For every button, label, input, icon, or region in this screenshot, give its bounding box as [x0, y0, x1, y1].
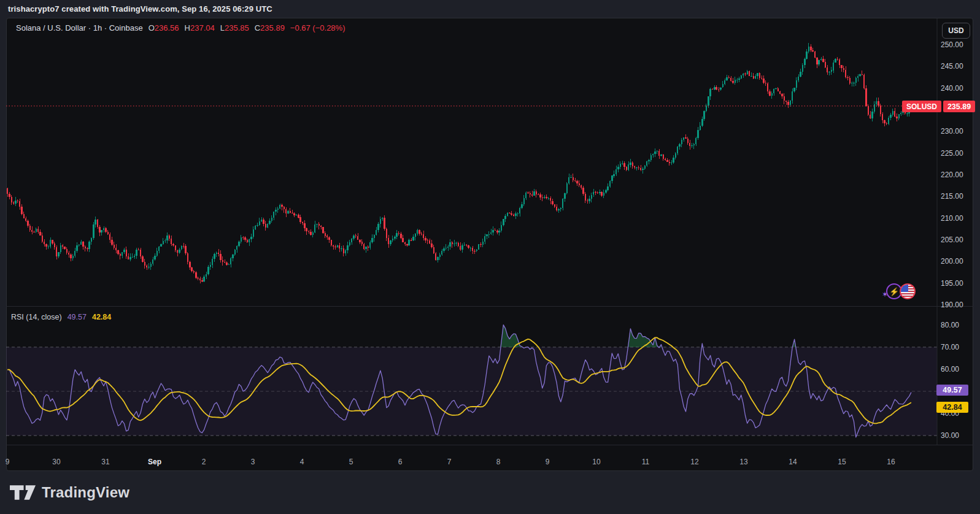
low-label: L — [220, 23, 225, 33]
tradingview-logo-icon — [10, 483, 36, 502]
tradingview-logo[interactable]: TradingView — [10, 483, 129, 502]
price-scale[interactable] — [937, 18, 974, 444]
price-flag-value: 235.89 — [943, 101, 975, 112]
chart-widget — [6, 18, 973, 471]
low-value: 235.85 — [225, 23, 249, 33]
open-label: O — [149, 23, 155, 33]
time-scale[interactable] — [6, 445, 974, 471]
last-price-flag: SOLUSD 235.89 — [902, 101, 975, 112]
ohlc-values: O236.56 H237.04 L235.85 C235.89 −0.67 (−… — [149, 23, 345, 33]
watermark-bar: trishacrypto7 created with TradingView.c… — [0, 0, 980, 18]
high-label: H — [185, 23, 190, 33]
close-label: C — [255, 23, 260, 33]
price-flag-symbol: SOLUSD — [902, 101, 941, 112]
high-value: 237.04 — [190, 23, 215, 33]
us-flag-icon — [900, 283, 916, 299]
corner-badges: ✶ ⚡ — [882, 283, 916, 299]
rsi-ma-value: 42.84 — [92, 313, 111, 321]
tradingview-logo-text: TradingView — [42, 484, 129, 501]
open-value: 236.56 — [155, 23, 179, 33]
rsi-legend[interactable]: RSI (14, close) 49.57 42.84 — [11, 313, 111, 321]
rsi-value: 49.57 — [68, 313, 87, 321]
footer-bar: TradingView — [0, 471, 980, 514]
change-value: −0.67 (−0.28%) — [290, 23, 345, 33]
currency-unit-button[interactable]: USD — [942, 23, 970, 39]
watermark-text: trishacrypto7 created with TradingView.c… — [0, 4, 272, 13]
rsi-title[interactable]: RSI (14, close) — [11, 313, 62, 321]
close-value: 235.89 — [260, 23, 285, 33]
rsi-value-flag: 49.57 — [936, 385, 968, 396]
rsi-ma-value-flag: 42.84 — [936, 402, 968, 413]
symbol-title[interactable]: Solana / U.S. Dollar · 1h · Coinbase — [16, 23, 143, 33]
symbol-legend[interactable]: Solana / U.S. Dollar · 1h · Coinbase O23… — [16, 23, 345, 33]
